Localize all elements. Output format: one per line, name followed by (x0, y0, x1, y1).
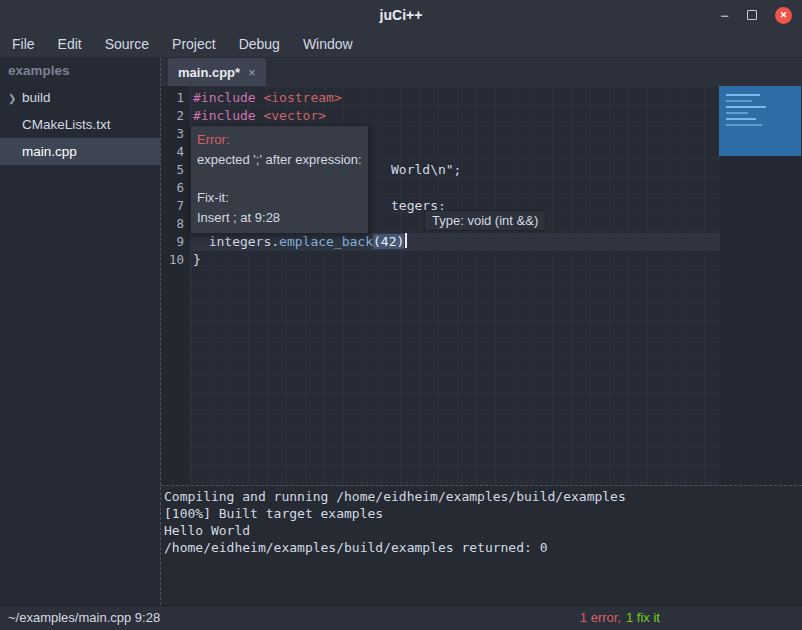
line-number: 9 (161, 233, 189, 251)
terminal-line: Compiling and running /home/eidheim/exam… (164, 488, 802, 505)
line-number: 4 (161, 143, 189, 161)
error-label: Error: (197, 130, 362, 150)
chevron-right-icon[interactable]: ❯ (8, 85, 22, 111)
menu-item-file[interactable]: File (12, 36, 35, 52)
code-line-9-current: integers.emplace_back(42) (191, 233, 720, 251)
line-number: 2 (161, 107, 189, 125)
maximize-icon (747, 10, 757, 20)
minimap-line (726, 124, 762, 126)
menu-item-edit[interactable]: Edit (58, 36, 82, 52)
tree-item-label: CMakeLists.txt (22, 117, 111, 132)
window-controls: − ✕ (720, 0, 792, 30)
text-cursor (405, 233, 407, 248)
line-number: 10 (161, 251, 189, 269)
line-number: 3 (161, 125, 189, 143)
minimize-button[interactable]: − (720, 8, 729, 23)
juci-window: juCi++ − ✕ File Edit Source Project Debu… (0, 0, 802, 630)
file-tree-panel: examples ❯build CMakeLists.txt main.cpp (0, 58, 160, 605)
tab-close-icon[interactable]: × (248, 65, 256, 80)
fixit-label: Fix-it: (197, 188, 362, 208)
code-line-1: #include <iostream> (191, 89, 720, 107)
pane-divider-horizontal[interactable] (161, 485, 802, 486)
tooltip-spacer (197, 170, 362, 188)
fixit-count: 1 fix it (626, 610, 660, 625)
minimize-icon: − (720, 8, 729, 23)
terminal-line: Hello World (164, 522, 802, 539)
maximize-button[interactable] (747, 10, 757, 20)
tree-item-main-cpp[interactable]: main.cpp (0, 138, 160, 165)
menu-item-window[interactable]: Window (303, 36, 353, 52)
window-title: juCi++ (0, 0, 802, 30)
code-line-2: #include <vector> (191, 107, 720, 125)
minimap-line (726, 118, 756, 120)
close-icon: ✕ (780, 10, 788, 20)
menu-item-source[interactable]: Source (105, 36, 149, 52)
project-name: examples (0, 58, 160, 84)
diagnostic-tooltip: Error: expected ';' after expression: Fi… (190, 125, 369, 234)
diagnostics-summary: 1 error,1 fix it (580, 606, 660, 630)
line-number: 5 (161, 161, 189, 179)
minimap[interactable] (719, 86, 801, 156)
menu-item-debug[interactable]: Debug (239, 36, 280, 52)
terminal-line: /home/eidheim/examples/build/examples re… (164, 539, 802, 556)
close-button[interactable]: ✕ (775, 7, 792, 24)
error-count: 1 error, (580, 610, 621, 625)
minimap-line (726, 100, 752, 102)
tab-label: main.cpp* (178, 65, 240, 80)
titlebar: juCi++ − ✕ (0, 0, 802, 31)
menu-item-project[interactable]: Project (172, 36, 216, 52)
tab-main-cpp[interactable]: main.cpp* × (168, 58, 266, 86)
menubar: File Edit Source Project Debug Window (0, 30, 802, 58)
minimap-line (726, 94, 760, 96)
line-number: 1 (161, 89, 189, 107)
file-location: ~/examples/main.cpp 9:28 (8, 606, 160, 630)
tree-item-build[interactable]: ❯build (0, 84, 160, 111)
tree-item-label: build (22, 90, 51, 105)
tree-item-cmakelists[interactable]: CMakeLists.txt (0, 111, 160, 138)
terminal-line: [100%] Built target examples (164, 505, 802, 522)
line-number-gutter: 1 2 3 4 5 6 7 8 9 10 (161, 86, 189, 485)
minimap-line (726, 112, 748, 114)
type-tooltip: Type: void (int &&) (424, 210, 546, 231)
line-number: 8 (161, 215, 189, 233)
line-number: 7 (161, 197, 189, 215)
pane-divider-vertical[interactable] (160, 58, 161, 605)
statusbar: ~/examples/main.cpp 9:28 1 error,1 fix i… (0, 605, 802, 630)
error-message: expected ';' after expression: (197, 150, 362, 170)
minimap-line (726, 106, 766, 108)
line-number: 6 (161, 179, 189, 197)
tabbar: main.cpp* × (161, 58, 802, 86)
terminal-output[interactable]: Compiling and running /home/eidheim/exam… (161, 486, 802, 605)
code-line-10: } (191, 251, 720, 269)
tree-item-label: main.cpp (22, 144, 77, 159)
fixit-message: Insert ; at 9:28 (197, 208, 362, 228)
